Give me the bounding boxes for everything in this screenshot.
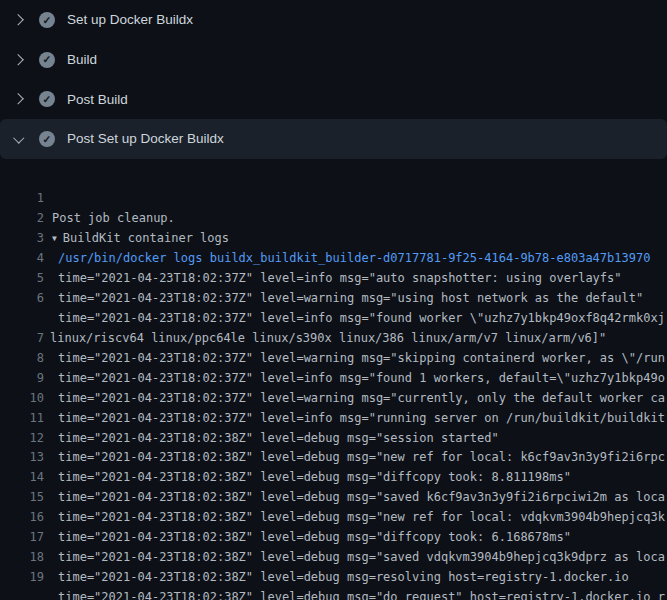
log-line: 18 time="2021-04-23T18:02:38Z" level=deb… <box>0 528 667 548</box>
log-line: 12 time="2021-04-23T18:02:38Z" level=deb… <box>0 409 667 429</box>
steps-list: ✓ Set up Docker Buildx ✓ Build ✓ Post Bu… <box>0 0 667 159</box>
log-line: 1 Post job cleanup. <box>0 170 667 190</box>
log-line: linux/riscv64 linux/ppc64le linux/s390x … <box>0 289 667 309</box>
step-label: Post Set up Docker Buildx <box>67 131 224 146</box>
check-circle-icon: ✓ <box>39 52 55 68</box>
chevron-down-icon <box>14 132 25 143</box>
step-label: Post Build <box>67 92 128 107</box>
log-line: 3 /usr/bin/docker logs buildx_buildkit_b… <box>0 209 667 229</box>
log-line: 7 time="2021-04-23T18:02:37Z" level=warn… <box>0 309 667 329</box>
step-header-post-build[interactable]: ✓ Post Build <box>0 79 667 119</box>
log-line: 10 time="2021-04-23T18:02:37Z" level=inf… <box>0 369 667 389</box>
log-line: application/vnd.oci.image.index.v1+json,… <box>0 568 667 588</box>
log-line: 15 time="2021-04-23T18:02:38Z" level=deb… <box>0 468 667 488</box>
log-content-area[interactable]: 1 Post job cleanup. 2 ▼BuildKit containe… <box>0 170 667 600</box>
log-line: 19 time="2021-04-23T18:02:38Z" level=deb… <box>0 548 667 568</box>
check-circle-icon: ✓ <box>39 91 55 107</box>
log-line: 11 time="2021-04-23T18:02:38Z" level=deb… <box>0 389 667 409</box>
chevron-right-icon <box>13 54 24 65</box>
check-circle-icon: ✓ <box>39 131 55 147</box>
check-circle-icon: ✓ <box>39 12 55 28</box>
log-line: 2 ▼BuildKit container logs <box>0 189 667 209</box>
log-line: 5 time="2021-04-23T18:02:37Z" level=warn… <box>0 249 667 269</box>
log-line: 20 time="2021-04-23T18:02:38Z" level=deb… <box>0 588 667 600</box>
log-line: 13 time="2021-04-23T18:02:38Z" level=deb… <box>0 428 667 448</box>
log-line: 16 time="2021-04-23T18:02:38Z" level=deb… <box>0 488 667 508</box>
log-line: 17 time="2021-04-23T18:02:38Z" level=deb… <box>0 508 667 528</box>
chevron-right-icon <box>13 15 24 26</box>
log-line: 4 time="2021-04-23T18:02:37Z" level=info… <box>0 229 667 249</box>
log-line: 14 time="2021-04-23T18:02:38Z" level=deb… <box>0 448 667 468</box>
chevron-right-icon <box>13 94 24 105</box>
log-line: 6 time="2021-04-23T18:02:37Z" level=info… <box>0 269 667 289</box>
step-label: Build <box>67 52 97 67</box>
log-line: 9 time="2021-04-23T18:02:37Z" level=warn… <box>0 349 667 369</box>
step-header-set-up-docker-buildx[interactable]: ✓ Set up Docker Buildx <box>0 0 667 40</box>
github-actions-log-viewer: { "colors":{ "background":"#0d1117", "pa… <box>0 0 667 600</box>
step-label: Set up Docker Buildx <box>67 12 193 27</box>
step-header-build[interactable]: ✓ Build <box>0 40 667 80</box>
step-header-post-set-up-docker-buildx[interactable]: ✓ Post Set up Docker Buildx <box>0 119 667 159</box>
log-line: 8 time="2021-04-23T18:02:37Z" level=info… <box>0 329 667 349</box>
